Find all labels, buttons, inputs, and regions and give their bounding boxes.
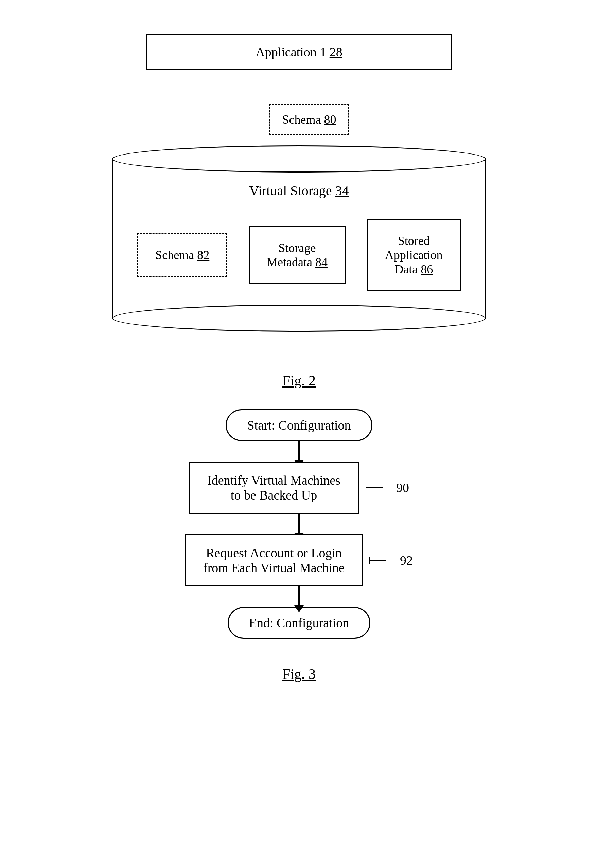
schema80-box: Schema 80 [269,104,350,135]
stored-app-data-box: StoredApplicationData 86 [367,219,461,291]
schema82-label: Schema [155,248,197,262]
storage-metadata-ref: 84 [315,255,327,269]
fig3-label: Fig. 3 [41,666,557,682]
cylinder-inner-boxes: Schema 82 StorageMetadata 84 StoredAppli… [113,209,485,312]
schema82-box: Schema 82 [137,233,227,277]
cylinder: Virtual Storage 34 Schema 82 StorageMeta… [112,145,486,332]
cylinder-label: Virtual Storage 34 [113,179,485,199]
stored-app-data-ref: 86 [421,262,433,276]
step2-ref: 92 [400,553,413,568]
schema80-ref: 80 [324,113,336,126]
vs-ref: 34 [335,183,349,198]
flowchart: Start: Configuration Identify Virtual Ma… [41,409,557,639]
fig1-diagram: Application 1 28 Schema 80 Virtual Stor [41,20,557,352]
step2-row: Request Account or Loginfrom Each Virtua… [185,534,413,586]
arrow-3 [298,586,300,607]
step2-tick-svg [369,555,390,565]
fig2-label: Fig. 2 [41,373,557,389]
step1-ref-container: 90 [366,480,409,495]
schema80-label: Schema [283,113,324,126]
cylinder-top [112,145,486,173]
step1-row: Identify Virtual Machinesto be Backed Up… [189,461,409,514]
arrow-1 [298,441,300,461]
step1-ref: 90 [396,480,409,495]
schema80-wrapper: Schema 80 [269,104,350,135]
step2-ref-container: 92 [369,553,413,568]
start-pill: Start: Configuration [226,409,372,441]
vs-label: Virtual Storage [249,183,335,198]
page: Application 1 28 Schema 80 Virtual Stor [0,0,598,868]
app1-wrapper: Application 1 28 [41,34,557,87]
step1-tick-svg [366,483,386,493]
app1-label: Application 1 [256,45,329,59]
schema82-ref: 82 [197,248,209,262]
app1-box: Application 1 28 [146,34,452,70]
cylinder-bottom [112,304,486,332]
arrow-2 [298,514,300,534]
app1-ref: 28 [330,45,342,59]
step1-box: Identify Virtual Machinesto be Backed Up [189,461,359,514]
cylinder-body: Virtual Storage 34 Schema 82 StorageMeta… [112,159,486,318]
storage-wrapper: Virtual Storage 34 Schema 82 StorageMeta… [41,145,557,352]
virtual-storage-container: Virtual Storage 34 Schema 82 StorageMeta… [112,145,486,332]
step2-box: Request Account or Loginfrom Each Virtua… [185,534,363,586]
storage-metadata-box: StorageMetadata 84 [249,226,345,284]
